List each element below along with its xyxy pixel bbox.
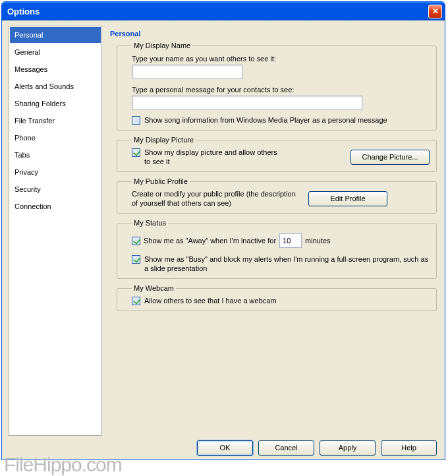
away-suffix: minutes [305, 237, 331, 245]
group-status: My Status Show me as "Away" when I'm ina… [117, 219, 437, 279]
titlebar: Options ✕ [2, 2, 445, 20]
busy-label: Show me as "Busy" and block my alerts wh… [144, 254, 430, 273]
group-webcam: My Webcam Allow others to see that I hav… [117, 284, 437, 311]
change-picture-button[interactable]: Change Picture... [350, 150, 430, 165]
group-public-profile-legend: My Public Profile [132, 177, 190, 185]
show-picture-checkbox[interactable] [132, 148, 140, 157]
sidebar-item-connection[interactable]: Connection [10, 198, 101, 214]
sidebar-item-sharing-folders[interactable]: Sharing Folders [10, 96, 101, 111]
group-display-name-legend: My Display Name [132, 42, 192, 49]
sidebar-item-privacy[interactable]: Privacy [10, 164, 101, 180]
sidebar-item-personal[interactable]: Personal [10, 27, 101, 43]
ok-button[interactable]: OK [197, 440, 253, 456]
song-info-label: Show song information from Windows Media… [144, 115, 430, 125]
group-display-picture: My Display Picture Show my display pictu… [117, 136, 437, 172]
sidebar-item-file-transfer[interactable]: File Transfer [10, 113, 101, 129]
group-webcam-legend: My Webcam [132, 284, 176, 292]
display-name-input[interactable] [132, 65, 242, 79]
group-display-picture-legend: My Display Picture [132, 136, 196, 144]
sidebar-item-security[interactable]: Security [10, 181, 101, 197]
busy-checkbox[interactable] [132, 255, 140, 264]
group-public-profile: My Public Profile Create or modify your … [117, 177, 437, 214]
song-info-checkbox[interactable] [132, 116, 140, 125]
cancel-button[interactable]: Cancel [258, 440, 314, 456]
panel-heading: Personal [109, 30, 438, 38]
dialog-body: Personal General Messages Alerts and Sou… [2, 20, 445, 436]
window-title: Options [7, 7, 428, 16]
away-checkbox[interactable] [132, 237, 140, 245]
personal-message-input[interactable] [132, 96, 362, 110]
webcam-label: Allow others to see that I have a webcam [144, 296, 430, 305]
personal-message-label: Type a personal message for your contact… [132, 86, 430, 94]
sidebar-item-alerts-and-sounds[interactable]: Alerts and Sounds [10, 78, 101, 94]
away-prefix: Show me as "Away" when I'm inactive for [144, 237, 276, 245]
edit-profile-button[interactable]: Edit Profile [308, 191, 387, 206]
away-minutes-input[interactable] [279, 233, 302, 248]
group-status-legend: My Status [132, 219, 168, 227]
close-icon: ✕ [432, 7, 439, 15]
sidebar: Personal General Messages Alerts and Sou… [9, 26, 102, 436]
help-button[interactable]: Help [381, 440, 437, 456]
close-button[interactable]: ✕ [428, 5, 442, 18]
group-display-name: My Display Name Type your name as you wa… [117, 42, 437, 131]
sidebar-item-phone[interactable]: Phone [10, 130, 101, 146]
sidebar-item-tabs[interactable]: Tabs [10, 147, 101, 163]
apply-button[interactable]: Apply [320, 440, 376, 456]
public-profile-desc: Create or modify your public profile (th… [132, 189, 303, 208]
sidebar-item-general[interactable]: General [10, 44, 101, 60]
dialog-footer: OK Cancel Apply Help [2, 436, 445, 460]
webcam-checkbox[interactable] [132, 297, 140, 305]
content-panel: Personal My Display Name Type your name … [109, 26, 438, 436]
show-picture-label: Show my display picture and allow others… [144, 148, 283, 166]
sidebar-item-messages[interactable]: Messages [10, 61, 101, 77]
display-name-label: Type your name as you want others to see… [132, 55, 430, 63]
options-dialog: Options ✕ Personal General Messages Aler… [1, 1, 445, 460]
